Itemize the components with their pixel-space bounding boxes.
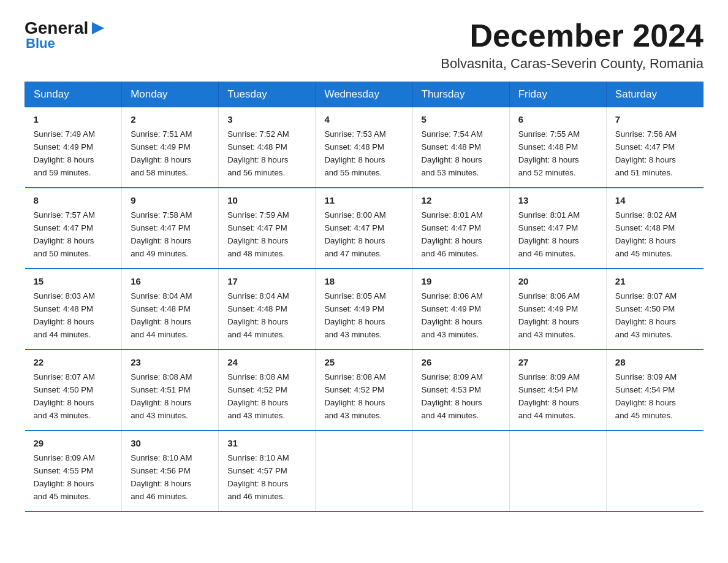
- calendar-day-cell: 5Sunrise: 7:54 AMSunset: 4:48 PMDaylight…: [412, 107, 509, 188]
- calendar-week-row: 29Sunrise: 8:09 AMSunset: 4:55 PMDayligh…: [25, 431, 703, 511]
- day-number: 2: [131, 112, 210, 126]
- calendar-week-row: 1Sunrise: 7:49 AMSunset: 4:49 PMDaylight…: [25, 107, 703, 188]
- calendar-day-cell: 10Sunrise: 7:59 AMSunset: 4:47 PMDayligh…: [219, 188, 316, 269]
- day-number: 7: [615, 112, 695, 126]
- logo: General Blue: [25, 18, 107, 52]
- day-of-week-header: Thursday: [412, 82, 509, 107]
- day-info: Sunrise: 8:07 AMSunset: 4:50 PMDaylight:…: [615, 291, 677, 339]
- day-number: 3: [227, 112, 306, 126]
- calendar-day-cell: [412, 431, 509, 511]
- day-number: 27: [518, 355, 597, 369]
- calendar-day-cell: 26Sunrise: 8:09 AMSunset: 4:53 PMDayligh…: [412, 350, 509, 431]
- day-info: Sunrise: 7:51 AMSunset: 4:49 PMDaylight:…: [131, 129, 192, 177]
- day-number: 9: [131, 193, 210, 207]
- day-info: Sunrise: 8:04 AMSunset: 4:48 PMDaylight:…: [227, 291, 289, 339]
- day-info: Sunrise: 8:09 AMSunset: 4:55 PMDaylight:…: [34, 453, 95, 501]
- calendar-day-cell: [316, 431, 412, 511]
- calendar-day-cell: 28Sunrise: 8:09 AMSunset: 4:54 PMDayligh…: [606, 350, 703, 431]
- day-info: Sunrise: 8:06 AMSunset: 4:49 PMDaylight:…: [422, 291, 483, 339]
- calendar-day-cell: 7Sunrise: 7:56 AMSunset: 4:47 PMDaylight…: [606, 107, 703, 188]
- day-of-week-header: Wednesday: [316, 82, 412, 107]
- day-number: 28: [615, 355, 695, 369]
- day-number: 14: [615, 193, 695, 207]
- title-block: December 2024 Bolvasnita, Caras-Severin …: [441, 18, 703, 72]
- day-info: Sunrise: 8:10 AMSunset: 4:57 PMDaylight:…: [227, 453, 289, 501]
- day-info: Sunrise: 8:08 AMSunset: 4:52 PMDaylight:…: [227, 372, 289, 420]
- calendar-day-cell: 25Sunrise: 8:08 AMSunset: 4:52 PMDayligh…: [316, 350, 412, 431]
- day-number: 19: [422, 274, 501, 288]
- day-info: Sunrise: 8:08 AMSunset: 4:51 PMDaylight:…: [131, 372, 192, 420]
- calendar-week-row: 15Sunrise: 8:03 AMSunset: 4:48 PMDayligh…: [25, 269, 703, 350]
- calendar-day-cell: 30Sunrise: 8:10 AMSunset: 4:56 PMDayligh…: [122, 431, 219, 511]
- day-info: Sunrise: 7:55 AMSunset: 4:48 PMDaylight:…: [518, 129, 580, 177]
- day-info: Sunrise: 8:05 AMSunset: 4:49 PMDaylight:…: [324, 291, 385, 339]
- day-number: 11: [324, 193, 403, 207]
- calendar-day-cell: 19Sunrise: 8:06 AMSunset: 4:49 PMDayligh…: [412, 269, 509, 350]
- day-number: 23: [131, 355, 210, 369]
- day-info: Sunrise: 7:52 AMSunset: 4:48 PMDaylight:…: [227, 129, 289, 177]
- day-of-week-header: Friday: [509, 82, 606, 107]
- calendar-day-cell: 6Sunrise: 7:55 AMSunset: 4:48 PMDaylight…: [509, 107, 606, 188]
- day-number: 5: [422, 112, 501, 126]
- calendar-day-cell: 15Sunrise: 8:03 AMSunset: 4:48 PMDayligh…: [25, 269, 122, 350]
- day-number: 16: [131, 274, 210, 288]
- calendar-day-cell: 8Sunrise: 7:57 AMSunset: 4:47 PMDaylight…: [25, 188, 122, 269]
- day-info: Sunrise: 8:00 AMSunset: 4:47 PMDaylight:…: [324, 210, 385, 258]
- day-info: Sunrise: 7:49 AMSunset: 4:49 PMDaylight:…: [34, 129, 95, 177]
- day-info: Sunrise: 7:53 AMSunset: 4:48 PMDaylight:…: [324, 129, 385, 177]
- calendar-day-cell: 11Sunrise: 8:00 AMSunset: 4:47 PMDayligh…: [316, 188, 412, 269]
- calendar-day-cell: 27Sunrise: 8:09 AMSunset: 4:54 PMDayligh…: [509, 350, 606, 431]
- day-number: 31: [227, 436, 306, 450]
- day-info: Sunrise: 8:10 AMSunset: 4:56 PMDaylight:…: [131, 453, 192, 501]
- day-of-week-header: Sunday: [25, 82, 122, 107]
- day-number: 8: [34, 193, 113, 207]
- calendar-day-cell: 21Sunrise: 8:07 AMSunset: 4:50 PMDayligh…: [606, 269, 703, 350]
- calendar-day-cell: 20Sunrise: 8:06 AMSunset: 4:49 PMDayligh…: [509, 269, 606, 350]
- calendar-day-cell: [606, 431, 703, 511]
- calendar-week-row: 8Sunrise: 7:57 AMSunset: 4:47 PMDaylight…: [25, 188, 703, 269]
- calendar-day-cell: 29Sunrise: 8:09 AMSunset: 4:55 PMDayligh…: [25, 431, 122, 511]
- calendar-day-cell: 14Sunrise: 8:02 AMSunset: 4:48 PMDayligh…: [606, 188, 703, 269]
- day-number: 30: [131, 436, 210, 450]
- day-info: Sunrise: 7:59 AMSunset: 4:47 PMDaylight:…: [227, 210, 289, 258]
- day-info: Sunrise: 8:04 AMSunset: 4:48 PMDaylight:…: [131, 291, 192, 339]
- day-info: Sunrise: 8:01 AMSunset: 4:47 PMDaylight:…: [518, 210, 580, 258]
- day-number: 6: [518, 112, 597, 126]
- calendar-day-cell: 31Sunrise: 8:10 AMSunset: 4:57 PMDayligh…: [219, 431, 316, 511]
- calendar-day-cell: 2Sunrise: 7:51 AMSunset: 4:49 PMDaylight…: [122, 107, 219, 188]
- day-info: Sunrise: 7:58 AMSunset: 4:47 PMDaylight:…: [131, 210, 192, 258]
- calendar-day-cell: 23Sunrise: 8:08 AMSunset: 4:51 PMDayligh…: [122, 350, 219, 431]
- location-title: Bolvasnita, Caras-Severin County, Romani…: [441, 56, 703, 72]
- calendar-day-cell: 12Sunrise: 8:01 AMSunset: 4:47 PMDayligh…: [412, 188, 509, 269]
- day-info: Sunrise: 8:02 AMSunset: 4:48 PMDaylight:…: [615, 210, 677, 258]
- day-number: 26: [422, 355, 501, 369]
- logo-blue-text: Blue: [26, 36, 55, 52]
- day-info: Sunrise: 7:54 AMSunset: 4:48 PMDaylight:…: [422, 129, 483, 177]
- day-info: Sunrise: 8:08 AMSunset: 4:52 PMDaylight:…: [324, 372, 385, 420]
- calendar-day-cell: 4Sunrise: 7:53 AMSunset: 4:48 PMDaylight…: [316, 107, 412, 188]
- day-info: Sunrise: 8:09 AMSunset: 4:54 PMDaylight:…: [615, 372, 677, 420]
- calendar-day-cell: 3Sunrise: 7:52 AMSunset: 4:48 PMDaylight…: [219, 107, 316, 188]
- day-number: 22: [34, 355, 113, 369]
- day-number: 15: [34, 274, 113, 288]
- calendar-day-cell: 1Sunrise: 7:49 AMSunset: 4:49 PMDaylight…: [25, 107, 122, 188]
- day-info: Sunrise: 8:09 AMSunset: 4:54 PMDaylight:…: [518, 372, 580, 420]
- page-header: General Blue December 2024 Bolvasnita, C…: [25, 18, 703, 72]
- svg-marker-0: [92, 22, 104, 34]
- day-number: 1: [34, 112, 113, 126]
- calendar-day-cell: [509, 431, 606, 511]
- day-number: 25: [324, 355, 403, 369]
- day-number: 18: [324, 274, 403, 288]
- calendar-day-cell: 16Sunrise: 8:04 AMSunset: 4:48 PMDayligh…: [122, 269, 219, 350]
- day-number: 4: [324, 112, 403, 126]
- day-of-week-header: Saturday: [606, 82, 703, 107]
- day-number: 20: [518, 274, 597, 288]
- day-of-week-header: Monday: [122, 82, 219, 107]
- calendar-day-cell: 17Sunrise: 8:04 AMSunset: 4:48 PMDayligh…: [219, 269, 316, 350]
- day-info: Sunrise: 7:56 AMSunset: 4:47 PMDaylight:…: [615, 129, 677, 177]
- calendar-day-cell: 18Sunrise: 8:05 AMSunset: 4:49 PMDayligh…: [316, 269, 412, 350]
- calendar-day-cell: 24Sunrise: 8:08 AMSunset: 4:52 PMDayligh…: [219, 350, 316, 431]
- day-number: 21: [615, 274, 695, 288]
- day-number: 13: [518, 193, 597, 207]
- calendar-day-cell: 9Sunrise: 7:58 AMSunset: 4:47 PMDaylight…: [122, 188, 219, 269]
